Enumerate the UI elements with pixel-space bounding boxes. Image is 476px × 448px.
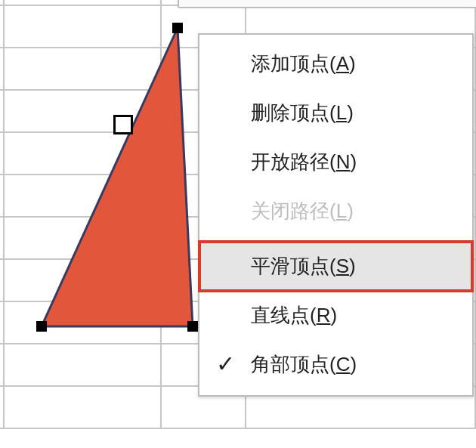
menu-item-label: 删除顶点(L) — [251, 100, 354, 126]
menu-item-corner-point[interactable]: ✓角部顶点(C) — [199, 340, 472, 389]
vertex-handle-top[interactable] — [172, 23, 183, 33]
vertex-handle-bottom-left[interactable] — [36, 321, 47, 332]
menu-item-add-point[interactable]: 添加顶点(A) — [199, 39, 472, 88]
toolbar-fragment — [178, 0, 476, 8]
menu-item-delete-point[interactable]: 删除顶点(L) — [199, 88, 472, 137]
svg-marker-0 — [42, 28, 193, 326]
menu-item-label: 添加顶点(A) — [251, 51, 356, 77]
menu-item-straight-point[interactable]: 直线点(R) — [199, 291, 472, 340]
edit-point-handle[interactable] — [113, 115, 133, 134]
menu-item-open-path[interactable]: 开放路径(N) — [199, 137, 472, 187]
menu-item-label: 平滑顶点(S) — [251, 253, 356, 280]
menu-item-label: 关闭路径(L) — [251, 198, 354, 224]
menu-item-close-path: 关闭路径(L) — [199, 187, 472, 236]
menu-item-label: 直线点(R) — [251, 302, 337, 329]
menu-item-label: 角部顶点(C) — [251, 351, 357, 378]
triangle-svg — [42, 28, 200, 334]
edit-points-context-menu: 添加顶点(A)删除顶点(L)开放路径(N)关闭路径(L)平滑顶点(S)直线点(R… — [198, 33, 474, 397]
vertex-handle-bottom-right[interactable] — [187, 321, 198, 332]
menu-item-smooth-point[interactable]: 平滑顶点(S) — [199, 242, 472, 291]
menu-item-label: 开放路径(N) — [251, 149, 357, 175]
editing-shape[interactable] — [42, 28, 200, 334]
check-icon: ✓ — [216, 350, 235, 376]
